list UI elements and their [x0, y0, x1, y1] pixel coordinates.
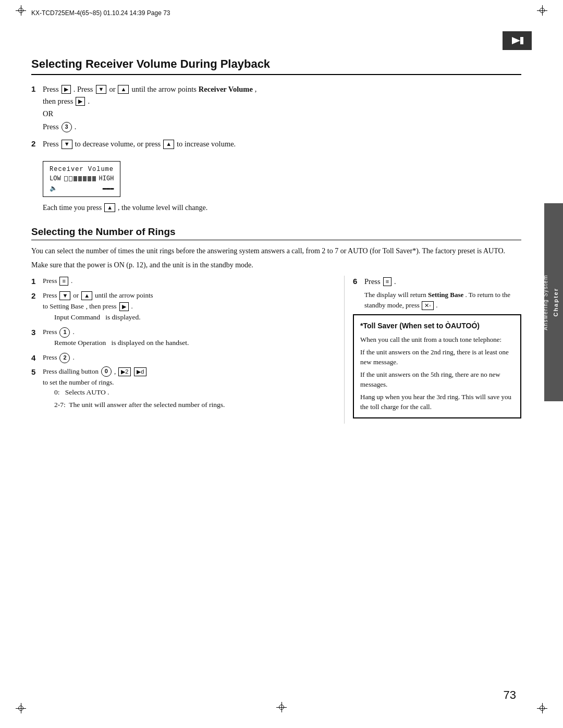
rings-step6-line: Press ≡ .	[364, 276, 521, 288]
col-left: 1 Press ≡ . 2 Press	[31, 276, 344, 424]
low-label: LOW	[50, 175, 61, 182]
period2: .	[75, 121, 77, 133]
step1-line1: Press ▶ . Press ▼ or ▲ until the arrow p…	[43, 83, 521, 95]
rings-step4: 4 Press 2 .	[31, 352, 334, 364]
or-r2: or	[73, 290, 79, 301]
rings-step5-sub1: 2-7: The unit will answer after the sele…	[54, 400, 334, 410]
press-label: Press	[43, 83, 59, 95]
section2-title: Selecting the Number of Rings	[31, 226, 521, 240]
increase-label: to increase volume.	[177, 138, 236, 150]
step1-line3: Press 3 .	[43, 121, 521, 133]
rings-step1: 1 Press ≡ .	[31, 276, 334, 288]
period-r4: .	[72, 352, 74, 363]
bar1	[64, 176, 68, 181]
stop-btn: ✕◦	[422, 301, 434, 310]
rings-step2-sub: Input Command is displayed.	[54, 312, 334, 323]
comma-r2: , then press	[86, 301, 117, 312]
step2-block: 2 Press ▼ to decrease volume, or press ▲…	[31, 138, 521, 150]
bar2	[69, 176, 72, 181]
chapter-label: Chapter	[553, 288, 559, 317]
header-bar: KX-TCD725EM-4(65~85) 01.10.24 14:39 Page…	[31, 9, 532, 17]
each-time-label: Each time you press	[43, 202, 102, 214]
rings-step4-line: Press 2 .	[43, 352, 334, 363]
dial0-btn: 0	[101, 366, 112, 377]
rings-step6: 6 Press ≡ . The display will return Sett…	[353, 276, 521, 310]
bar3	[74, 176, 77, 181]
step2-num: 2	[31, 138, 39, 150]
press-dial: Press dialling button	[43, 366, 99, 377]
press-label2: . Press	[74, 83, 93, 95]
step1-num: 1	[31, 83, 39, 95]
display-box: Receiver Volume LOW HIGH 🔈 ▬▬▬	[43, 161, 120, 197]
play-btn2: ▶	[76, 97, 85, 106]
to-setting: to Setting Base	[43, 301, 84, 312]
receiver-volume-label: Receiver Volume	[199, 83, 253, 95]
step1-line2: then press ▶ .	[43, 95, 521, 107]
vol-bar-row: LOW HIGH	[50, 175, 114, 182]
rings-step2-text: Press ▼ or ▲ until the arrow points to S…	[43, 290, 334, 325]
page-container: KX-TCD725EM-4(65~85) 01.10.24 14:39 Page…	[0, 0, 563, 728]
press-label3: Press	[43, 121, 59, 133]
rings-step1-text: Press ≡ .	[43, 276, 334, 287]
vol-change-label: , the volume level will change.	[118, 202, 207, 214]
vol-caption: Each time you press ▲ , the volume level…	[43, 202, 521, 214]
period-r6: .	[394, 276, 396, 288]
rings-step5-line2: to set the number of rings.	[43, 377, 334, 388]
bar7	[92, 176, 96, 181]
intro1: You can select the number of times the u…	[31, 245, 521, 256]
vol-label: Receiver Volume	[50, 166, 114, 173]
or-line: OR	[43, 108, 521, 120]
dial2-btn: ▶2	[118, 367, 131, 376]
toll-line4: Hang up when you hear the 3rd ring. This…	[360, 392, 514, 412]
rings-step3-sub: Remote Operation is displayed on the han…	[54, 338, 334, 348]
page-number: 73	[504, 688, 516, 702]
press-vol-label: Press	[43, 138, 59, 150]
rings-step6-sub: The display will return Setting Base . T…	[364, 290, 521, 310]
rings-step1-num: 1	[31, 276, 39, 288]
diald-btn: ▶d	[134, 367, 146, 376]
period-r3: .	[72, 327, 74, 338]
play-btn3: ▶	[119, 302, 129, 311]
high-label: HIGH	[99, 175, 114, 182]
comma-label: ,	[255, 83, 257, 95]
rings-step2-line2: to Setting Base , then press ▶ .	[43, 301, 334, 312]
chapter-tab: Chapter Answering System	[544, 203, 563, 401]
rings-step4-text: Press 2 .	[43, 352, 334, 363]
step1-text: Press ▶ . Press ▼ or ▲ until the arrow p…	[43, 83, 521, 133]
until-label: until the arrow points	[131, 83, 196, 95]
crop-mark-bl	[16, 703, 26, 713]
rings-step2: 2 Press ▼ or ▲ until the arrow points to…	[31, 290, 334, 325]
main-content: Selecting Receiver Volume During Playbac…	[31, 57, 521, 686]
toll-saver-title: *Toll Saver (When set to ÒAUTOÓ)	[360, 320, 514, 331]
toll-line3: If the unit answers on the 5th ring, the…	[360, 369, 514, 390]
num2-btn: 2	[59, 353, 70, 363]
press-r4: Press	[43, 352, 57, 363]
num1-btn: 1	[59, 327, 70, 338]
rings-step5-line1: Press dialling button 0 , ▶2 ▶d	[43, 366, 334, 377]
press-r3: Press	[43, 327, 57, 338]
step1-block: 1 Press ▶ . Press ▼ or ▲ until the arrow…	[31, 83, 521, 133]
display-icons-row: 🔈 ▬▬▬	[50, 184, 114, 192]
rings-step5-sub0: 0: Selects AUTO .	[54, 387, 334, 398]
rings-step3: 3 Press 1 . Remote Operation is displaye…	[31, 327, 334, 350]
menu-btn1: ≡	[59, 277, 68, 286]
press-r2: Press	[43, 290, 57, 301]
until-r2: until the arrow points	[95, 290, 153, 301]
intro2: Make sure that the power is ON (p. 12), …	[31, 260, 521, 270]
down-btn2: ▼	[59, 291, 70, 300]
bar5	[83, 176, 87, 181]
speaker-icon: 🔈	[50, 184, 57, 192]
rings-step6-text: Press ≡ . The display will return Settin…	[364, 276, 521, 310]
two-col-layout: 1 Press ≡ . 2 Press	[31, 276, 521, 424]
bar6	[88, 176, 91, 181]
next-arrow-box	[503, 31, 532, 50]
rings-step5-text: Press dialling button 0 , ▶2 ▶d to set t…	[43, 366, 334, 413]
rings-step3-text: Press 1 . Remote Operation is displayed …	[43, 327, 334, 350]
vol-up-btn2: ▲	[104, 203, 115, 212]
toll-saver-box: *Toll Saver (When set to ÒAUTOÓ) When yo…	[353, 314, 521, 418]
period-r2: .	[131, 301, 133, 312]
play-btn: ▶	[62, 85, 71, 94]
rings-step5: 5 Press dialling button 0 , ▶2 ▶d to set…	[31, 366, 334, 413]
svg-marker-0	[512, 37, 520, 44]
num3-btn: 3	[62, 122, 72, 132]
